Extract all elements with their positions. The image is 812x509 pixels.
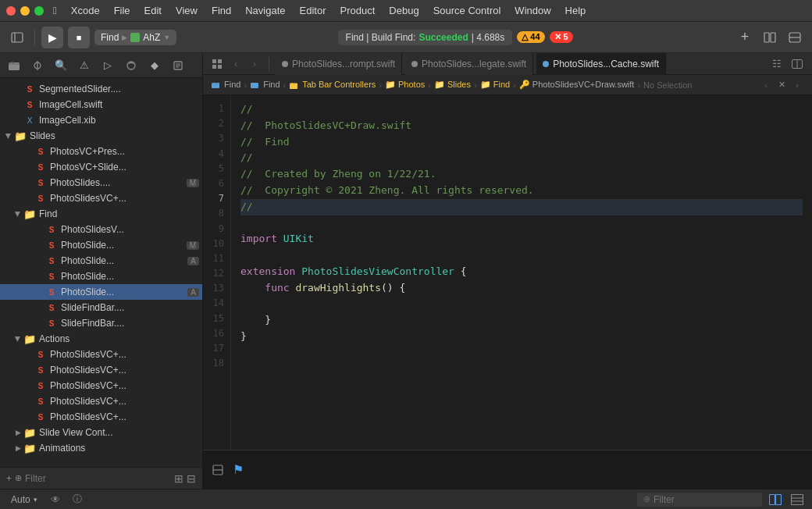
editor-grid-button[interactable] bbox=[209, 56, 225, 72]
scheme-selector[interactable]: Find ▶ AhZ ▼ bbox=[94, 30, 176, 45]
tree-item-action-3[interactable]: S PhotoSlidesVC+... bbox=[0, 378, 202, 393]
editor-split-button[interactable] bbox=[789, 55, 806, 73]
tree-item-imagecell-xib[interactable]: X ImageCell.xib bbox=[0, 112, 202, 128]
menu-edit[interactable]: Edit bbox=[138, 3, 168, 18]
breadcrumb: Find › Find › Tab Bar Controllers › 📁 Ph… bbox=[203, 75, 812, 95]
view-toggle-2[interactable] bbox=[789, 491, 806, 508]
layout-button[interactable] bbox=[784, 27, 806, 48]
breadcrumb-error-1[interactable]: ✕ bbox=[775, 78, 789, 92]
nav-back-button[interactable]: ‹ bbox=[228, 56, 244, 72]
show-hide-button[interactable]: 👁 bbox=[47, 491, 64, 508]
add-button[interactable]: + bbox=[734, 27, 756, 48]
main-layout: 🔍 ⚠ ▷ ◆ bbox=[0, 53, 812, 489]
info-button[interactable]: ⓘ bbox=[69, 491, 86, 508]
sidebar-icon-vcs[interactable] bbox=[27, 55, 48, 76]
sidebar-icon-debug[interactable] bbox=[120, 55, 142, 76]
tree-item-photoslide-a1[interactable]: S PhotoSlide... A bbox=[0, 253, 202, 269]
build-status-pill: Find | Build Find: Succeeded | 4.688s bbox=[338, 30, 513, 45]
swift-file-icon: S bbox=[34, 348, 47, 361]
tree-item-photoslide-2[interactable]: S PhotoSlide... bbox=[0, 269, 202, 284]
menu-window[interactable]: Window bbox=[508, 3, 557, 18]
menu-view[interactable]: View bbox=[169, 3, 204, 18]
tree-item-photosvc-slide[interactable]: S PhotosVC+Slide... bbox=[0, 159, 202, 175]
breadcrumb-file[interactable]: 🔑 PhotoSlidesVC+Draw.swift bbox=[519, 80, 635, 90]
sidebar-layout-button[interactable]: ⊞ bbox=[174, 472, 183, 485]
tree-item-animations[interactable]: ▶ 📁 Animations bbox=[0, 440, 202, 456]
breadcrumb-slides[interactable]: 📁 Slides bbox=[434, 80, 471, 90]
sidebar-config-button[interactable]: ⊟ bbox=[187, 472, 196, 485]
auto-chevron-icon: ▾ bbox=[34, 496, 37, 504]
auto-selector[interactable]: Auto ▾ bbox=[6, 493, 42, 507]
add-item-button[interactable]: + bbox=[6, 473, 12, 484]
run-button[interactable]: ▶ bbox=[41, 27, 63, 48]
menu-help[interactable]: Help bbox=[559, 3, 593, 18]
breadcrumb-selection[interactable]: No Selection bbox=[643, 80, 692, 90]
minimize-button[interactable] bbox=[20, 6, 30, 16]
tree-item-photoslide-m[interactable]: S PhotoSlide... M bbox=[0, 237, 202, 253]
breadcrumb-find-2[interactable]: Find bbox=[250, 80, 280, 90]
menu-editor[interactable]: Editor bbox=[294, 3, 333, 18]
menu-debug[interactable]: Debug bbox=[383, 3, 425, 18]
sidebar-icon-breakpoints[interactable]: ◆ bbox=[144, 55, 166, 76]
tree-item-actions-folder[interactable]: ▶ 📁 Actions bbox=[0, 331, 202, 347]
menu-find[interactable]: Find bbox=[205, 3, 237, 18]
editor-tab-3[interactable]: PhotoSlides...Cache.swift bbox=[536, 53, 666, 75]
tree-item-imagecell-swift[interactable]: S ImageCell.swift bbox=[0, 97, 202, 112]
menu-source-control[interactable]: Source Control bbox=[427, 3, 508, 18]
sidebar-icon-folder[interactable] bbox=[3, 55, 25, 76]
tree-item-find-folder[interactable]: ▶ 📁 Find bbox=[0, 206, 202, 222]
menu-navigate[interactable]: Navigate bbox=[239, 3, 291, 18]
breadcrumb-photos[interactable]: 📁 Photos bbox=[385, 80, 425, 90]
tree-item-action-1[interactable]: S PhotoSlidesVC+... bbox=[0, 347, 202, 362]
sidebar-icon-test[interactable]: ▷ bbox=[97, 55, 119, 76]
breadcrumb-find-3[interactable]: 📁 Find bbox=[480, 80, 510, 90]
breadcrumb-find-root[interactable]: Find bbox=[211, 80, 240, 90]
breadcrumb-tab-bar[interactable]: Tab Bar Controllers bbox=[289, 80, 376, 90]
svg-rect-25 bbox=[770, 494, 775, 504]
tree-item-photoslidesv[interactable]: S PhotoSlidesV... bbox=[0, 222, 202, 237]
maximize-button[interactable] bbox=[34, 6, 44, 16]
output-area: ⚑ bbox=[203, 450, 812, 489]
svg-rect-17 bbox=[218, 65, 222, 69]
breadcrumb-back[interactable]: ‹ bbox=[759, 78, 773, 92]
menu-apple[interactable]:  bbox=[47, 3, 63, 18]
editor-tab-2[interactable]: PhotoSlides...legate.swift bbox=[405, 53, 533, 75]
tree-item-label: Find bbox=[39, 208, 199, 219]
output-expand-button[interactable] bbox=[209, 461, 226, 479]
tree-item-action-5[interactable]: S PhotoSlidesVC+... bbox=[0, 409, 202, 425]
tree-item-photoslide-a2[interactable]: S PhotoSlide... A bbox=[0, 284, 202, 300]
menu-product[interactable]: Product bbox=[334, 3, 382, 18]
tree-item-slidefindbar1[interactable]: S SlideFindBar.... bbox=[0, 300, 202, 315]
nav-forward-button[interactable]: › bbox=[247, 56, 262, 72]
stop-button[interactable]: ■ bbox=[68, 27, 90, 48]
filter-input[interactable] bbox=[25, 473, 171, 484]
tree-item-slides-folder[interactable]: ▶ 📁 Slides bbox=[0, 128, 202, 144]
menu-xcode[interactable]: Xcode bbox=[65, 3, 106, 18]
sidebar-toggle-button[interactable] bbox=[6, 27, 28, 48]
breadcrumb-forward[interactable]: › bbox=[790, 78, 804, 92]
filter-field[interactable] bbox=[654, 494, 756, 505]
editor-view-toggle[interactable]: ☷ bbox=[768, 55, 785, 73]
sidebar-icon-issues[interactable]: ⚠ bbox=[73, 55, 95, 76]
breadcrumb-sep: › bbox=[513, 80, 516, 90]
code-line bbox=[240, 378, 803, 394]
sidebar-icon-reports[interactable] bbox=[167, 55, 189, 76]
tree-item-photosvc-pres[interactable]: S PhotosVC+Pres... bbox=[0, 144, 202, 159]
split-editor-button[interactable] bbox=[759, 27, 781, 48]
tree-item-action-2[interactable]: S PhotoSlidesVC+... bbox=[0, 362, 202, 378]
tree-item-action-4[interactable]: S PhotoSlidesVC+... bbox=[0, 393, 202, 409]
code-content[interactable]: // // PhotoSlidesVC+Draw.swift // Find /… bbox=[231, 95, 812, 450]
title-bar:  Xcode File Edit View Find Navigate Edi… bbox=[0, 0, 812, 22]
tree-item-slidefindbar2[interactable]: S SlideFindBar.... bbox=[0, 315, 202, 331]
menu-file[interactable]: File bbox=[108, 3, 137, 18]
tree-item-label: Animations bbox=[39, 443, 199, 454]
view-toggle-1[interactable] bbox=[767, 491, 784, 508]
editor-tab-1[interactable]: PhotoSlides...rompt.swift bbox=[276, 53, 402, 75]
sidebar-icon-search[interactable]: 🔍 bbox=[50, 55, 72, 76]
close-button[interactable] bbox=[6, 6, 16, 16]
code-line: // Find bbox=[240, 134, 803, 151]
tree-item-photoslidesvc[interactable]: S PhotoSlidesVC+... bbox=[0, 190, 202, 206]
tree-item-slideviewcont[interactable]: ▶ 📁 Slide View Cont... bbox=[0, 425, 202, 440]
tree-item-photoslides-m[interactable]: S PhotoSlides.... M bbox=[0, 175, 202, 190]
tree-item-segmented[interactable]: S SegmentedSlider.... bbox=[0, 81, 202, 97]
